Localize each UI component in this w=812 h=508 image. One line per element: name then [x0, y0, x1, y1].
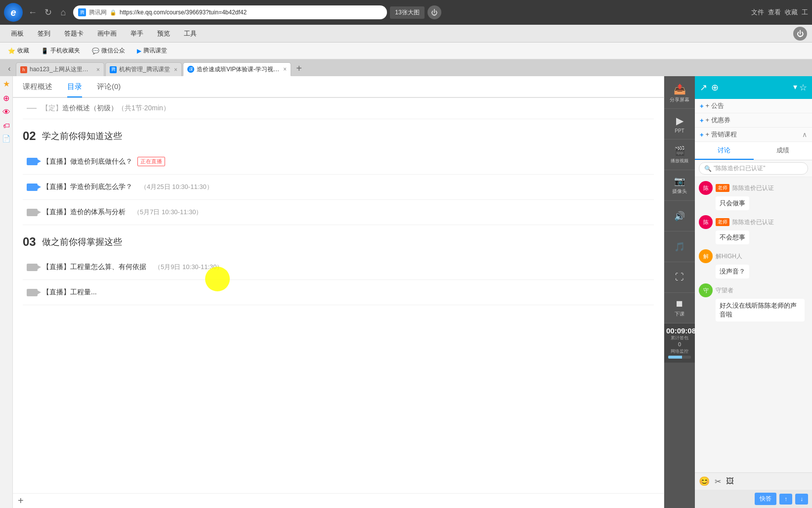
lesson4-item[interactable]: 【直播】工程量怎么算、有何依据 （5月9日 10:30-11:30）: [23, 255, 654, 280]
add-widget-icon[interactable]: ⊕: [711, 82, 719, 93]
msg2-teacher-tag: 老师: [716, 218, 729, 226]
audio-btn[interactable]: 🔊: [664, 201, 695, 231]
course-tabs: 课程概述 目录 评论(0): [13, 76, 664, 98]
section3-title: 做之前你得掌握这些: [42, 236, 122, 248]
lesson1-item[interactable]: 【直播】做造价到底做什么？ 正在直播: [23, 149, 654, 175]
tr-view[interactable]: 查看: [768, 8, 781, 17]
chat-msg-2: 陈 老师 陈陈造价已认证 不会想事: [699, 215, 808, 244]
lesson5-item[interactable]: 【直播】工程量...: [23, 280, 654, 305]
power-button[interactable]: ⏻: [427, 5, 441, 19]
tab2-title: 机构管理_腾讯课堂: [119, 65, 171, 74]
ie-logo[interactable]: e: [4, 3, 23, 22]
share-screen-label: 分享屏幕: [670, 96, 689, 103]
down-button[interactable]: ↓: [795, 494, 808, 505]
menu-jushou[interactable]: 举手: [125, 27, 149, 40]
chat-tab-score[interactable]: 成绩: [754, 142, 812, 160]
camera-btn[interactable]: 📷 摄像头: [664, 170, 695, 201]
course-tab-catalog[interactable]: 目录: [67, 77, 82, 97]
sidebar-eye-icon[interactable]: 👁: [2, 108, 10, 117]
end-class-icon: ⏹: [675, 299, 684, 309]
live-badge: 正在直播: [137, 157, 165, 166]
sidebar-icons: ★ ⊕ 👁 🏷 📄: [0, 76, 13, 508]
fullscreen-btn[interactable]: ⛶: [664, 262, 695, 293]
lesson4-time: （5月9日 10:30-11:30）: [154, 263, 223, 272]
home-button[interactable]: ⌂: [56, 5, 70, 19]
tab-hao123[interactable]: h hao123_上网从这里开始 ×: [16, 62, 104, 76]
menu-qiandao[interactable]: 签到: [32, 27, 56, 40]
lesson2-video-icon: [27, 184, 38, 191]
share-icon[interactable]: ↗: [700, 82, 707, 93]
coupon-row[interactable]: + + 优惠券: [695, 113, 812, 128]
course-tab-comment[interactable]: 评论(0): [97, 77, 121, 97]
tab-nav-left[interactable]: ‹: [4, 63, 15, 74]
url-text: https://ke.qq.com/course/396693?tuin=4b4…: [120, 9, 382, 16]
sidebar-doc-icon[interactable]: 📄: [2, 135, 10, 142]
menu-datika[interactable]: 答题卡: [58, 27, 89, 40]
tab-zaojia[interactable]: 课 造价速成班VIP体验课-学习视频... ×: [183, 62, 291, 76]
music-btn[interactable]: 🎵: [664, 231, 695, 262]
course-tab-overview[interactable]: 课程概述: [23, 77, 52, 97]
lesson3-item[interactable]: 【直播】造价的体系与分析 （5月7日 10:30-11:30）: [23, 200, 654, 225]
tr-other[interactable]: 工: [802, 8, 808, 17]
chat-msg-1: 陈 老师 陈陈造价已认证 只会做事: [699, 181, 808, 210]
tr-collect[interactable]: 收藏: [785, 8, 798, 17]
music-icon: 🎵: [674, 241, 685, 252]
msg1-sender: 陈陈造价已认证: [732, 184, 774, 192]
menu-yulan[interactable]: 预览: [151, 27, 176, 40]
tab1-favicon: h: [20, 66, 27, 73]
action-btn-bigimg[interactable]: 13张大图: [390, 6, 424, 19]
truncated-lesson[interactable]: 【定】造价概述（初级）（共1节·20min）: [23, 98, 654, 119]
back-button[interactable]: ←: [26, 5, 40, 19]
menu-huazhong[interactable]: 画中画: [91, 27, 123, 40]
marketing-row[interactable]: + + 营销课程 ∧: [695, 128, 812, 142]
collapse-icon[interactable]: ∧: [802, 131, 807, 139]
star-icon: ⭐: [8, 47, 15, 54]
lesson2-item[interactable]: 【直播】学造价到底怎么学？ （4月25日 10:30-11:30）: [23, 175, 654, 200]
lesson3-title: 【直播】造价的体系与分析: [43, 208, 126, 217]
bookmark-collect[interactable]: ⭐ 收藏: [4, 45, 33, 56]
search-placeholder[interactable]: "陈陈造价口已认证": [714, 164, 766, 173]
sidebar-red-icon[interactable]: ⊕: [3, 93, 9, 103]
add-button[interactable]: +: [18, 495, 24, 507]
bookmark-txkt[interactable]: ▶ 腾讯课堂: [133, 45, 171, 56]
up-button[interactable]: ↑: [779, 494, 792, 505]
end-class-btn[interactable]: ⏹ 下课: [664, 293, 695, 323]
video-play-btn[interactable]: 🎬 播放视频: [664, 139, 695, 170]
course-content: 【定】造价概述（初级）（共1节·20min） 02 学之前你得知道这些 【直播】…: [13, 98, 664, 493]
bookmark-mobile[interactable]: 📱 手机收藏夹: [37, 45, 84, 56]
chat-tab-discuss[interactable]: 讨论: [695, 142, 754, 160]
tab1-close[interactable]: ×: [96, 66, 100, 73]
chevron-icon[interactable]: ▾: [793, 82, 797, 93]
site-favicon: 腾: [78, 8, 86, 16]
address-bar[interactable]: 腾 腾讯网 🔒 https://ke.qq.com/course/396693?…: [73, 5, 387, 19]
tab3-close[interactable]: ×: [283, 66, 287, 73]
lesson1-video-icon: [27, 158, 38, 165]
star-header-icon[interactable]: ☆: [799, 82, 807, 93]
new-tab-button[interactable]: +: [292, 61, 306, 75]
bookmarks-bar: ⭐ 收藏 📱 手机收藏夹 💬 微信公众 ▶ 腾讯课堂: [0, 43, 812, 59]
emoji-icon[interactable]: 😊: [699, 476, 710, 487]
section2-header: 02 学之前你得知道这些: [23, 119, 654, 149]
refresh-button[interactable]: ↻: [41, 5, 55, 19]
image-icon[interactable]: 🖼: [726, 477, 734, 486]
tr-file[interactable]: 文件: [751, 8, 764, 17]
right-panel: 📤 分享屏幕 ▶ PPT 🎬 播放视频 📷 摄像头: [664, 76, 812, 508]
tabs-bar: ‹ h hao123_上网从这里开始 × 腾 机构管理_腾讯课堂 × 课 造价速…: [0, 59, 812, 76]
kuaida-button[interactable]: 快答: [755, 493, 776, 505]
lesson5-video-icon: [27, 289, 38, 296]
chat-msg-3: 解 解HIGH人 没声音？: [699, 249, 808, 278]
msg3-text: 没声音？: [716, 265, 749, 278]
ppt-btn[interactable]: ▶ PPT: [664, 109, 695, 139]
sidebar-tag-icon[interactable]: 🏷: [3, 122, 10, 130]
tab-jigou[interactable]: 腾 机构管理_腾讯课堂 ×: [105, 62, 182, 76]
bookmark-wechat[interactable]: 💬 微信公众: [88, 45, 129, 56]
menu-gongju[interactable]: 工具: [178, 27, 203, 40]
power-btn-right[interactable]: ⏻: [793, 27, 807, 41]
ppt-icon: ▶: [676, 115, 684, 127]
share-screen-btn[interactable]: 📤 分享屏幕: [664, 78, 695, 109]
menu-huaban[interactable]: 画板: [5, 27, 30, 40]
sidebar-star-icon[interactable]: ★: [3, 79, 10, 89]
tab2-close[interactable]: ×: [174, 66, 177, 73]
scissors-icon[interactable]: ✂: [715, 477, 721, 486]
announce-row1[interactable]: + + 公告: [695, 99, 812, 113]
